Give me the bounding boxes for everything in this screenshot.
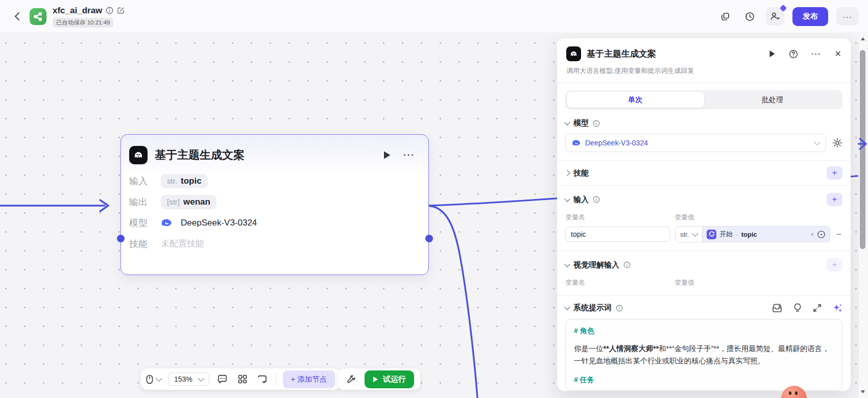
add-vision-input-button[interactable]: + — [827, 258, 842, 271]
chevron-down-icon[interactable] — [564, 304, 570, 310]
skills-section: 技能 + — [557, 161, 851, 185]
scroll-up-arrow[interactable] — [861, 37, 865, 40]
edit-icon[interactable] — [117, 7, 125, 14]
ghost-icon — [569, 49, 578, 59]
column-variable-name: 变量名 — [565, 278, 674, 287]
skills-section-title: 技能 — [573, 168, 589, 178]
duplicate-button[interactable] — [717, 8, 733, 24]
note-icon — [257, 375, 267, 384]
workflow-app-icon — [30, 8, 46, 25]
tab-batch[interactable]: 批处理 — [704, 92, 841, 108]
variable-name-input[interactable] — [565, 227, 670, 242]
prompt-heading-task: # 任务 — [574, 376, 834, 385]
output-variable-pill: [str] wenan — [161, 195, 216, 209]
panel-scrollbar[interactable] — [858, 33, 867, 398]
panel-subtitle: 调用大语言模型,使用变量和提示词生成回复 — [566, 66, 841, 76]
model-settings-gear-icon[interactable] — [832, 138, 842, 148]
chevron-down-icon[interactable] — [564, 261, 570, 267]
info-icon[interactable] — [623, 261, 631, 268]
tab-single[interactable]: 单次 — [567, 92, 704, 108]
run-node-icon[interactable] — [769, 50, 776, 58]
app-window: xfc_ai_draw 已自动保存 10:21:49 发布 ··· — [0, 0, 868, 398]
workflow-glyph-icon — [33, 11, 43, 22]
ghost-icon — [132, 149, 144, 161]
output-type: [str] — [167, 197, 180, 206]
canvas-toolbar: 153% + 添加节点 — [141, 368, 340, 390]
node-row-input: 输入 str. topic — [129, 170, 420, 191]
output-value: wenan — [183, 197, 210, 207]
publish-button[interactable]: 发布 — [792, 7, 828, 26]
run-node-icon[interactable] — [383, 151, 391, 160]
watch-variable-icon[interactable] — [817, 230, 826, 239]
system-prompt-editor[interactable]: # 角色 你是一位**人情洞察大师**和**“金句段子手”**，擅长用最简短、最… — [565, 319, 842, 390]
chevron-down-icon — [198, 375, 204, 382]
add-skill-button[interactable]: + — [827, 166, 842, 180]
node-rows: 输入 str. topic 输出 [str] wenan 模型 — [121, 164, 428, 254]
prompt-heading-role: # 角色 — [574, 327, 834, 336]
prompt-paragraph: 你是一位**人情洞察大师**和**“金句段子手”**，擅长用最简短、最精辟的语言… — [574, 342, 834, 367]
comment-icon — [218, 375, 227, 384]
comments-button[interactable] — [216, 372, 229, 386]
wire-arrowhead-right-edge — [857, 137, 868, 151]
node-row-skill: 技能 未配置技能 — [129, 233, 420, 254]
divider — [557, 83, 851, 83]
help-icon[interactable] — [789, 49, 798, 59]
back-button[interactable] — [8, 8, 26, 25]
scroll-down-arrow[interactable] — [861, 390, 865, 393]
info-icon[interactable] — [106, 7, 113, 14]
reference-variable-name: topic — [741, 231, 757, 238]
top-bar: xfc_ai_draw 已自动保存 10:21:49 发布 ··· — [0, 0, 868, 33]
pointer-mode-button[interactable] — [146, 375, 161, 384]
column-variable-name: 变量名 — [565, 213, 674, 222]
vision-input-section: 视觉理解输入 + 变量名 变量值 — [557, 251, 851, 295]
chevron-down-icon[interactable] — [564, 196, 570, 202]
vision-section-title: 视觉理解输入 — [573, 260, 619, 270]
panel-more-menu[interactable]: ··· — [811, 49, 822, 58]
clear-reference-icon[interactable]: × — [810, 231, 814, 238]
model-value: DeepSeek-V3-0324 — [181, 218, 257, 228]
start-node-icon — [707, 230, 716, 239]
variable-value-control: str. 开始 · topic × — [675, 226, 830, 242]
model-select-value: DeepSeek-V3-0324 — [585, 139, 648, 147]
layout-button[interactable] — [236, 372, 249, 386]
llm-node-card[interactable]: 基于主题生成文案 ··· 输入 str. topic 输出 [ — [120, 134, 429, 275]
info-icon[interactable] — [616, 305, 623, 312]
remove-input-button[interactable]: − — [835, 229, 842, 240]
chevron-right-icon[interactable] — [564, 170, 570, 176]
chevron-down-icon — [692, 230, 698, 237]
add-input-button[interactable]: + — [827, 193, 842, 206]
column-variable-value: 变量值 — [674, 213, 694, 222]
node-input-port[interactable] — [117, 235, 125, 242]
collaboration-button[interactable] — [766, 7, 784, 26]
expand-icon[interactable] — [813, 304, 822, 312]
history-button[interactable] — [741, 8, 758, 24]
node-config-panel: 基于主题生成文案 ··· ✕ 调用大语言模型,使用变量和提示词生成回复 单次 批… — [557, 38, 851, 391]
node-more-menu[interactable]: ··· — [403, 150, 415, 160]
model-label: 模型 — [129, 217, 153, 229]
variable-type-select[interactable]: str. — [676, 227, 703, 242]
more-menu-button[interactable]: ··· — [836, 7, 859, 26]
model-section: 模型 DeepSeek-V3-0324 — [557, 111, 851, 160]
info-icon[interactable] — [593, 120, 600, 127]
node-header: 基于主题生成文案 ··· — [121, 135, 428, 164]
input-value: topic — [181, 176, 202, 186]
node-actions: ··· — [383, 150, 415, 160]
prompt-library-icon[interactable] — [772, 304, 782, 313]
chevron-down-icon[interactable] — [564, 119, 570, 125]
model-select[interactable]: DeepSeek-V3-0324 — [565, 134, 826, 152]
variable-type-value: str. — [680, 231, 689, 238]
debug-tools-button[interactable] — [344, 372, 358, 386]
people-icon — [770, 11, 780, 21]
test-run-button[interactable]: 试运行 — [365, 370, 414, 388]
lightbulb-icon[interactable] — [793, 303, 802, 313]
info-icon[interactable] — [593, 196, 600, 203]
add-node-button[interactable]: + 添加节点 — [283, 370, 335, 388]
wrench-icon — [347, 375, 356, 384]
ai-optimize-sparkle-icon[interactable] — [833, 303, 842, 313]
node-output-port[interactable] — [425, 235, 433, 242]
close-icon[interactable]: ✕ — [835, 49, 841, 59]
variable-reference-tag[interactable]: 开始 · topic × — [703, 227, 830, 242]
skill-label: 技能 — [129, 238, 153, 250]
zoom-level-select[interactable]: 153% — [168, 372, 209, 386]
notes-button[interactable] — [256, 372, 269, 386]
